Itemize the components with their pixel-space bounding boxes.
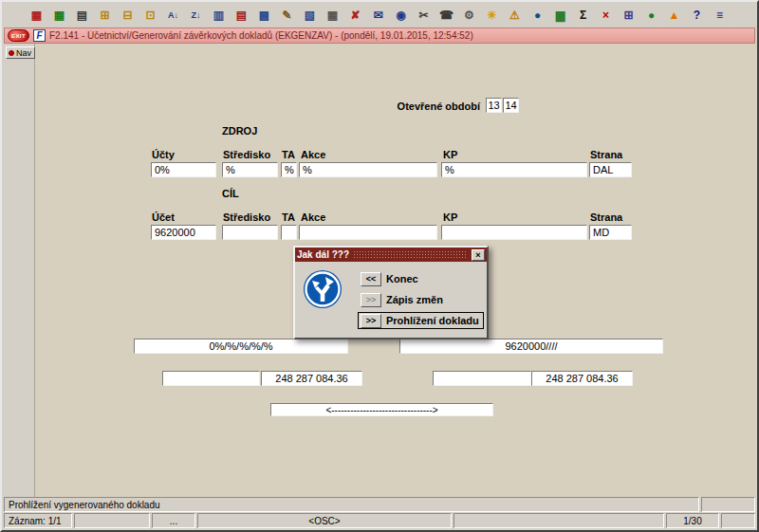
cancel-icon[interactable]: ✘ (345, 6, 365, 25)
zdroj-header-stredisko: Středisko (223, 149, 270, 160)
tools-icon[interactable]: ⚙ (459, 6, 479, 25)
open-period-label: Otevřené období (351, 101, 480, 112)
scissors-icon[interactable]: ✂ (414, 6, 434, 25)
zdroj-header-kp: KP (443, 149, 457, 160)
zdroj-section-label: ZDROJ (222, 125, 257, 137)
status-bar: Záznam: 1/1 ... <OSC> 1/30 (4, 513, 755, 528)
dialog-row-zapis: >> Zápis změn (361, 291, 443, 308)
cil-header-ta: TA (282, 211, 295, 223)
grid-doc-icon[interactable]: ▩ (254, 6, 274, 25)
cil-akce-field[interactable] (299, 225, 437, 240)
cil-ucet-field[interactable]: 9620000 (151, 225, 216, 240)
prohlizeni-dokladu-label: Prohlížení dokladu (386, 315, 479, 326)
source-empty-field[interactable] (162, 371, 260, 386)
zdroj-header-ta: TA (282, 149, 295, 160)
cil-header-kp: KP (443, 211, 457, 223)
konec-button[interactable]: << (361, 272, 381, 286)
target-mask-field[interactable]: 9620000//// (399, 339, 663, 354)
calculator-icon[interactable]: ⊞ (619, 6, 639, 25)
cil-stredisko-field[interactable] (222, 225, 278, 240)
cone-icon[interactable]: ▲ (664, 6, 684, 25)
prohlizeni-dokladu-button[interactable]: >> (361, 314, 381, 328)
status-cell-2 (74, 513, 150, 528)
page-indicator: 1/30 (666, 513, 719, 528)
jak-dal-dialog: Jak dál ??? × << Konec >> Zápis změn >> … (293, 246, 489, 339)
globe-icon[interactable]: ● (641, 6, 661, 25)
sort-desc-icon[interactable]: Z↓ (186, 6, 206, 25)
zdroj-header-strana: Strana (590, 149, 622, 160)
cil-header-stredisko: Středisko (223, 211, 270, 223)
zdroj-strana-field[interactable]: DAL (589, 162, 632, 177)
dialog-close-icon[interactable]: × (472, 249, 485, 261)
folder-delete-icon[interactable]: ⊟ (118, 6, 138, 25)
target-empty-field[interactable] (433, 371, 531, 386)
zdroj-kp-field[interactable]: % (441, 162, 587, 177)
target-amount-field[interactable]: 248 287 084.36 (531, 371, 633, 386)
report-red-icon[interactable]: ▤ (231, 6, 251, 25)
status-dots: ... (152, 513, 195, 528)
print-icon[interactable]: ▤ (72, 6, 92, 25)
cil-header-ucet: Účet (152, 211, 175, 223)
folder-up-icon[interactable]: ⊡ (140, 6, 160, 25)
cil-strana-field[interactable]: MD (589, 225, 632, 240)
nav-button[interactable]: Nav (6, 46, 35, 59)
status-cell-5 (454, 513, 664, 528)
chart-icon[interactable]: ▆ (550, 6, 570, 25)
cil-section-label: CÍL (222, 188, 239, 199)
zdroj-header-akce: Akce (301, 149, 325, 160)
zapis-zmen-button[interactable]: >> (361, 293, 381, 307)
status-message-right-cell (701, 497, 755, 512)
help-icon[interactable]: ? (687, 6, 707, 25)
dialog-row-konec: << Konec (361, 270, 418, 287)
source-mask-field[interactable]: 0%/%/%/%/% (134, 339, 348, 354)
copy-doc-icon[interactable]: ▥ (209, 6, 229, 25)
app-logo-icon: F (33, 29, 46, 42)
calendar-clock-icon[interactable]: ▦ (323, 6, 342, 25)
cil-header-akce: Akce (301, 211, 325, 223)
cil-ta-field[interactable] (281, 225, 297, 240)
sum-icon[interactable]: Σ (573, 6, 593, 25)
window-titlebar[interactable]: EXIT F F2.141 - Účetnictví/Generování zá… (4, 28, 755, 44)
fork-road-sign-icon (303, 269, 342, 309)
info-icon[interactable]: ≡ (710, 6, 730, 25)
konec-label: Konec (386, 273, 418, 284)
zdroj-ta-field[interactable]: % (281, 162, 297, 177)
mail-icon[interactable]: ✉ (368, 6, 388, 25)
edit-icon[interactable]: ✎ (277, 6, 297, 25)
toolbar: ▦▦▤⊞⊟⊡A↓Z↓▥▤▩✎▧▦✘✉◉✂☎⚙☀⚠●▆Σ×⊞●▲?≡ (2, 2, 757, 28)
cil-kp-field[interactable] (441, 225, 587, 240)
folder-open-icon[interactable]: ⊞ (95, 6, 115, 25)
calendar-green-icon[interactable]: ▦ (49, 6, 69, 25)
zdroj-ucty-field[interactable]: 0% (151, 162, 216, 177)
status-cell-7 (721, 513, 755, 528)
phone-icon[interactable]: ☎ (436, 6, 456, 25)
status-message-bar: Prohlížení vygenerovaného dokladu (4, 497, 755, 512)
exit-button[interactable]: EXIT (8, 29, 29, 42)
window-title: F2.141 - Účetnictví/Generování závěrkový… (49, 30, 473, 41)
clock-icon[interactable]: ◉ (391, 6, 411, 25)
dialog-title-pattern (353, 250, 468, 259)
delete-x-icon[interactable]: × (596, 6, 616, 25)
road-sign-icon[interactable]: ● (528, 6, 547, 25)
transfer-arrow-field: <--------------------------------> (270, 403, 493, 416)
calendar-red-icon[interactable]: ▦ (27, 6, 46, 25)
dialog-titlebar[interactable]: Jak dál ??? × (295, 248, 487, 262)
documents-icon[interactable]: ▧ (300, 6, 320, 25)
sun-icon[interactable]: ☀ (482, 6, 502, 25)
dialog-row-prohlizeni: >> Prohlížení dokladu (358, 312, 484, 329)
record-counter: Záznam: 1/1 (4, 513, 72, 528)
cil-header-strana: Strana (590, 211, 622, 223)
open-period-field-1[interactable]: 13 (486, 98, 502, 113)
zdroj-akce-field[interactable]: % (299, 162, 437, 177)
open-period-field-2[interactable]: 14 (503, 98, 519, 113)
status-message: Prohlížení vygenerovaného dokladu (4, 497, 699, 512)
zapis-zmen-label: Zápis změn (386, 294, 443, 305)
source-amount-field[interactable]: 248 287 084.36 (261, 371, 362, 386)
sort-asc-icon[interactable]: A↓ (163, 6, 183, 25)
nav-icon (9, 50, 14, 56)
warning-icon[interactable]: ⚠ (505, 6, 525, 25)
zdroj-header-ucty: Účty (152, 149, 175, 160)
application-window: ▦▦▤⊞⊟⊡A↓Z↓▥▤▩✎▧▦✘✉◉✂☎⚙☀⚠●▆Σ×⊞●▲?≡ EXIT F… (0, 0, 759, 532)
nav-label: Nav (16, 48, 31, 58)
zdroj-stredisko-field[interactable]: % (222, 162, 278, 177)
